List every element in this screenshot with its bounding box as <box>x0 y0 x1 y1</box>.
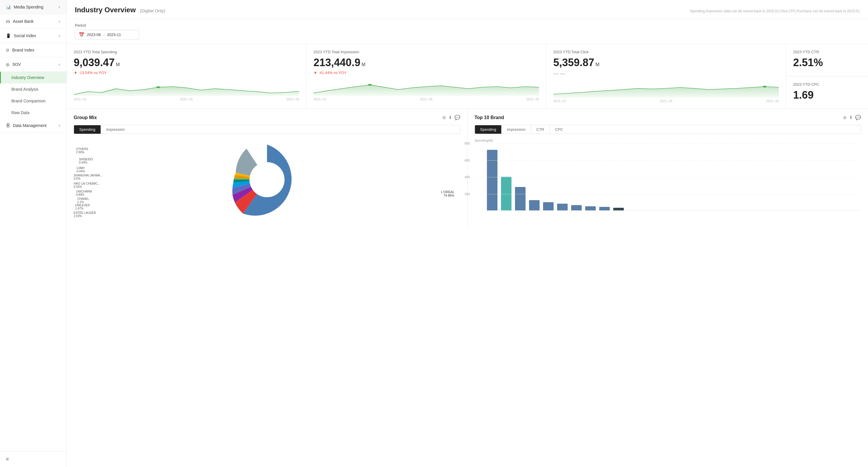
sidebar-item-social-index[interactable]: 📱 Social Index ∨ <box>0 29 66 43</box>
kpi-title-ctr: 2023 YTD CTR <box>793 50 861 54</box>
bank-icon: 🗃 <box>6 19 10 24</box>
bar-10 <box>613 208 624 210</box>
period-separator: - <box>103 32 105 37</box>
period-end: 2023-11 <box>107 32 121 37</box>
bar-item-6 <box>557 204 568 210</box>
sparkline-x3-click: 2023—09 <box>766 99 779 103</box>
kpi-card-ctr: 2023 YTD CTR 2.51% <box>786 44 868 76</box>
sparkline-x3-spending: 2023—09 <box>287 98 299 101</box>
top10-brand-card: Top 10 Brand ⊕ ⬇ 💬 Spending Impression C… <box>468 109 868 227</box>
group-mix-card: Group Mix ⊕ ⬇ 💬 Spending Impression <box>67 109 467 227</box>
sidebar-item-brand-comparison[interactable]: Brand Comparison <box>0 95 66 107</box>
sidebar-label-social-index: Social Index <box>14 33 36 38</box>
kpi-value-spending: 9,039.47 M <box>74 56 299 69</box>
sidebar-item-media-spending[interactable]: 📊 Media Spending ∨ <box>0 0 66 14</box>
sidebar-item-raw-data[interactable]: Raw Data <box>0 107 66 118</box>
bar-item-1 <box>487 150 497 210</box>
group-mix-header: Group Mix ⊕ ⬇ 💬 <box>74 115 460 120</box>
top10-title: Top 10 Brand <box>475 115 504 120</box>
sidebar-bottom: ≡ <box>0 451 66 467</box>
bar-4 <box>529 200 539 210</box>
svg-point-5 <box>763 86 767 87</box>
comment-icon-group[interactable]: 💬 <box>455 115 460 120</box>
kpi-chart-click: 2023—01 2023—05 2023—09 <box>553 80 779 103</box>
sparkline-x2-impression: 2023—05 <box>420 98 433 101</box>
social-icon: 📱 <box>6 33 11 38</box>
kpi-value-cpc: 1.69 <box>793 89 861 101</box>
main-content: Industry Overview (Digital Only) Spendin… <box>67 0 868 467</box>
sparkline-x1-click: 2023—01 <box>553 99 566 103</box>
download-icon-top10[interactable]: ⬇ <box>849 115 853 120</box>
kpi-chart-spending: 2023—01 2023—05 2023—09 <box>74 79 299 101</box>
bar-chart-area: Spending(M) 800 600 400 200 <box>475 139 861 221</box>
bar-item-9 <box>599 207 610 210</box>
bar-item-10 <box>613 208 624 210</box>
pie-label-lvmh: LVMH0.44% <box>76 167 85 173</box>
group-mix-tabs: Spending Impression <box>74 125 460 134</box>
pie-inner-circle <box>249 162 284 197</box>
kpi-card-spending: 2023 YTD Total Spending 9,039.47 M ▼ -13… <box>67 44 306 109</box>
bar-9 <box>599 207 610 210</box>
period-start: 2023-06 <box>87 32 101 37</box>
page-title: Industry Overview <box>75 6 136 14</box>
bar-8 <box>585 206 596 210</box>
pie-label-others: OTHERS2.99% <box>76 147 88 154</box>
page-header: Industry Overview (Digital Only) Spendin… <box>67 0 868 19</box>
charts-row: Group Mix ⊕ ⬇ 💬 Spending Impression <box>67 109 868 227</box>
zoom-icon-group[interactable]: ⊕ <box>442 115 446 120</box>
title-group: Industry Overview (Digital Only) <box>75 6 165 14</box>
bar-item-7 <box>571 205 582 210</box>
chevron-icon-data: ∨ <box>58 124 61 127</box>
sparkline-x2-click: 2023—05 <box>660 99 672 103</box>
bar-item-5 <box>543 202 554 210</box>
sidebar-label-brand-index: Brand Index <box>12 48 34 52</box>
sidebar-label-media-spending: Media Spending <box>14 5 43 9</box>
tab-spending-top10[interactable]: Spending <box>475 125 502 134</box>
pie-label-shanghai: SHANGHAI JAHWA...0.5% <box>74 174 102 180</box>
pie-chart-svg <box>217 139 317 221</box>
pie-label-loreal: L'ORÉAL 74.88% <box>441 190 455 197</box>
bar-item-4 <box>529 200 539 210</box>
zoom-icon-top10[interactable]: ⊕ <box>843 115 847 120</box>
pie-label-haolai: HAO LAI CHEMIC...0.55% <box>74 182 100 188</box>
bar-item-2 <box>501 177 512 210</box>
sidebar-label-data-management: Data Management <box>13 123 46 128</box>
download-icon-group[interactable]: ⬇ <box>448 115 452 120</box>
sidebar-item-brand-analysis[interactable]: Brand Analysis <box>0 83 66 95</box>
period-label: Period <box>75 23 860 28</box>
tab-impression-top10[interactable]: Impression <box>501 125 531 134</box>
bar-item-8 <box>585 206 596 210</box>
chevron-icon-social: ∨ <box>58 34 61 38</box>
sidebar-item-sov[interactable]: ◎ SOV ∧ <box>0 57 66 72</box>
chevron-icon-media: ∨ <box>58 5 61 9</box>
comment-icon-top10[interactable]: 💬 <box>855 115 861 120</box>
sidebar-item-asset-bank[interactable]: 🗃 Asset Bank ∨ <box>0 14 66 29</box>
sidebar-item-data-management[interactable]: 🗄 Data Management ∨ <box>0 118 66 133</box>
pie-label-estee: ESTÉE LAUDER2.03% <box>74 211 96 218</box>
y-axis-label: Spending(M) <box>475 139 861 142</box>
brand-index-icon: ⊙ <box>6 48 9 52</box>
sparkline-x3-impression: 2023—09 <box>526 98 539 101</box>
data-icon: 🗄 <box>6 123 10 128</box>
kpi-title-impression: 2023 YTD Total Impression <box>313 50 539 54</box>
pie-label-shiseido: SHISEIDO0.44% <box>79 158 93 164</box>
bar-1 <box>487 150 497 210</box>
sidebar-label-asset-bank: Asset Bank <box>13 19 34 24</box>
sidebar-item-brand-index[interactable]: ⊙ Brand Index <box>0 43 66 57</box>
bar-item-3 <box>515 187 526 210</box>
menu-icon[interactable]: ≡ <box>6 456 9 462</box>
kpi-value-ctr: 2.51% <box>793 56 861 69</box>
svg-point-1 <box>156 86 160 88</box>
kpi-right-col: 2023 YTD CTR 2.51% 2023 YTD CPC 1.69 <box>786 44 868 109</box>
period-input[interactable]: 📅 2023-06 - 2023-11 <box>75 30 139 39</box>
chart-icon: 📊 <box>6 5 11 9</box>
kpi-value-impression: 213,440.9 M <box>313 56 539 69</box>
sidebar-item-industry-overview[interactable]: Industry Overview <box>0 72 66 83</box>
kpi-title-spending: 2023 YTD Total Spending <box>74 50 299 54</box>
header-note: Spending,Impression data can be traced b… <box>690 9 860 13</box>
tab-cpc-top10[interactable]: CPC <box>550 125 568 134</box>
page-subtitle: (Digital Only) <box>140 8 165 13</box>
tab-impression-group[interactable]: Impression <box>101 125 130 134</box>
tab-ctr-top10[interactable]: CTR <box>531 125 550 134</box>
tab-spending-group[interactable]: Spending <box>74 125 101 134</box>
